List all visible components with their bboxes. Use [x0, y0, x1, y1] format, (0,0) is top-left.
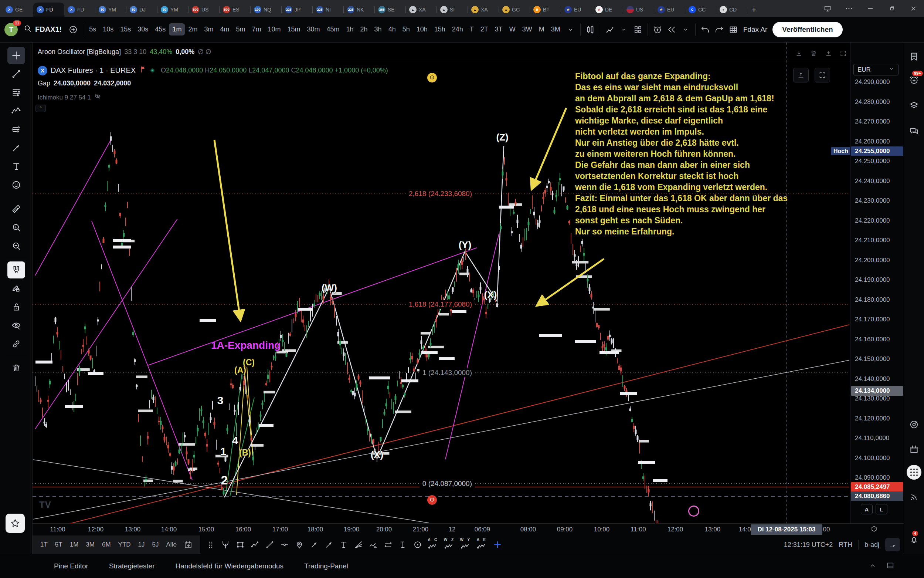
timeframe-3W[interactable]: 3W	[519, 23, 536, 36]
fib-level-label[interactable]: 0 (24.087,0000)	[419, 479, 475, 488]
arrow-tool-icon[interactable]	[307, 537, 322, 552]
timeframe-10h[interactable]: 10h	[413, 23, 431, 36]
session-hexagon-icon[interactable]	[870, 525, 878, 535]
browser-tab-eu[interactable]: ★EU	[561, 3, 592, 17]
timeframe-2m[interactable]: 2m	[185, 23, 201, 36]
ichimoku-legend[interactable]: Ichimoku 9 27 54 1	[38, 93, 102, 102]
wave-label[interactable]: (X)	[371, 449, 384, 460]
drag-handle-icon[interactable]	[203, 537, 218, 552]
broadcast-panel-icon[interactable]	[909, 492, 919, 503]
wave-label[interactable]: 1	[220, 445, 227, 458]
status-item-pine-editor[interactable]: Pine Editor	[44, 562, 99, 570]
browser-tab-si[interactable]: ▲SI	[437, 3, 468, 17]
close-icon[interactable]	[903, 0, 924, 17]
browser-tab-ym[interactable]: 30YM	[157, 3, 188, 17]
flag-icon[interactable]	[139, 65, 147, 75]
cast-icon[interactable]	[817, 0, 838, 17]
object-tree-tool-icon[interactable]	[7, 335, 25, 352]
apps-menu-icon[interactable]	[907, 465, 921, 480]
timeframe-2h[interactable]: 2h	[357, 23, 371, 36]
replay-position-icon[interactable]	[688, 505, 699, 516]
pane-separator[interactable]	[32, 62, 850, 62]
range-5j[interactable]: 5J	[149, 539, 162, 550]
adjustment-label[interactable]: b-adj	[864, 541, 879, 549]
timeframe-M[interactable]: M	[536, 23, 548, 36]
panel-toggle-icon[interactable]	[886, 561, 895, 571]
time-axis[interactable]: 11:0012:0013:0014:0015:0016:0017:0018:00…	[32, 523, 904, 536]
timeframe-5s[interactable]: 5s	[86, 23, 99, 36]
aroon-legend[interactable]: Aroon Oscillator [BigBeluga] 33 3 10 43,…	[38, 48, 211, 56]
lock-drawings-tool-icon[interactable]	[7, 299, 25, 315]
emoji-tool-icon[interactable]	[7, 176, 25, 193]
eye-off-icon[interactable]	[94, 93, 102, 102]
pattern-tool-icon[interactable]	[7, 121, 25, 138]
range-3m[interactable]: 3M	[83, 539, 98, 550]
object-tree-panel-icon[interactable]	[909, 101, 919, 112]
measure-tool-icon[interactable]	[7, 200, 25, 218]
browser-tab-cd[interactable]: ●CD	[716, 3, 747, 17]
scroll-to-recent-button[interactable]	[793, 68, 809, 83]
range-1m[interactable]: 1M	[66, 539, 82, 550]
calendar-panel-icon[interactable]	[909, 445, 919, 456]
timeframe-W[interactable]: W	[506, 23, 519, 36]
timeframe-5h[interactable]: 5h	[399, 23, 413, 36]
pin-tool-icon[interactable]	[292, 537, 307, 552]
red-alert-clock-icon[interactable]	[427, 495, 437, 505]
range-5t[interactable]: 5T	[52, 539, 66, 550]
wave-label[interactable]: (W)	[322, 282, 337, 294]
timeframe-menu-icon[interactable]	[564, 22, 578, 37]
timeframe-5m[interactable]: 5m	[233, 23, 248, 36]
timeframe-10s[interactable]: 10s	[99, 23, 117, 36]
range-1j[interactable]: 1J	[135, 539, 148, 550]
axis-button-a[interactable]: A	[861, 504, 873, 515]
timeframe-24h[interactable]: 24h	[449, 23, 466, 36]
remove-drawings-tool-icon[interactable]	[7, 359, 25, 377]
browser-menu-icon[interactable]	[838, 0, 860, 17]
fib-level-label[interactable]: 2,618 (24.233,6080)	[406, 189, 475, 198]
timeframe-4m[interactable]: 4m	[217, 23, 233, 36]
alert-plus-icon[interactable]	[651, 22, 665, 37]
browser-tab-fd[interactable]: XFD	[64, 3, 95, 17]
trend-line-tool-icon[interactable]	[7, 65, 25, 83]
yellow-alert-clock-icon[interactable]	[427, 73, 437, 83]
browser-tab-bt[interactable]: BBT	[530, 3, 561, 17]
timeframe-7m[interactable]: 7m	[248, 23, 264, 36]
replay-icon[interactable]	[665, 22, 679, 37]
wave-label[interactable]: (Y)	[459, 239, 472, 251]
browser-tab-us[interactable]: US	[623, 3, 654, 17]
stay-in-drawing-mode-tool-icon[interactable]	[7, 280, 25, 297]
pitchfork-tool-icon[interactable]	[218, 537, 233, 552]
browser-tab-de[interactable]: ADE	[592, 3, 623, 17]
notifications-panel-icon[interactable]: 4	[909, 535, 919, 546]
minimize-icon[interactable]	[860, 0, 881, 17]
wave-label[interactable]: (X)	[484, 289, 497, 300]
elliott-wave-tool-icon[interactable]: A E	[474, 538, 490, 551]
timeframe-3M[interactable]: 3M	[548, 23, 564, 36]
status-item-trading-panel[interactable]: Trading-Panel	[294, 562, 359, 570]
goto-date-icon[interactable]	[181, 537, 196, 552]
elliott-wave-tool-icon[interactable]: W Z	[441, 538, 458, 551]
fib-retracement-tool-icon[interactable]	[7, 84, 25, 101]
parallel-channel-tool-icon[interactable]	[381, 537, 395, 552]
browser-tab-nk[interactable]: 225NK	[344, 3, 375, 17]
wave-label[interactable]: 2	[221, 473, 228, 487]
wave-label[interactable]: (A)	[234, 365, 246, 375]
scale-adjust-icon[interactable]	[885, 538, 900, 551]
timeframe-30s[interactable]: 30s	[134, 23, 152, 36]
browser-tab-dj[interactable]: 30DJ	[126, 3, 157, 17]
indicators-icon[interactable]	[603, 22, 617, 37]
timeframe-15s[interactable]: 15s	[117, 23, 134, 36]
avatar[interactable]: T11	[5, 23, 18, 36]
zigzag-tool-icon[interactable]	[248, 537, 262, 552]
restore-icon[interactable]	[881, 0, 903, 17]
download-pane-icon[interactable]	[795, 50, 803, 58]
arrow-marker-tool-icon[interactable]	[7, 140, 25, 156]
elliott-wave-tool-icon[interactable]	[7, 102, 25, 119]
timeframe-T[interactable]: T	[466, 23, 477, 36]
wave-label[interactable]: 1A-Expanding	[211, 339, 280, 351]
chat-panel-icon[interactable]	[909, 127, 919, 138]
up-pane-icon[interactable]	[825, 50, 832, 58]
browser-tab-xa[interactable]: ▲XA	[468, 3, 499, 17]
indicators-menu-icon[interactable]	[617, 22, 631, 37]
multichart-layout-icon[interactable]	[726, 22, 740, 37]
